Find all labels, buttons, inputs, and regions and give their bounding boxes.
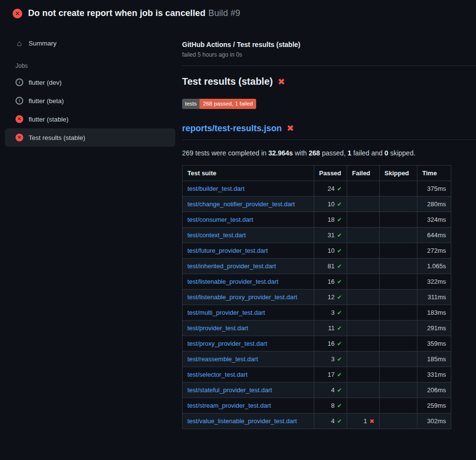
passed-cell: 16✔	[314, 336, 347, 351]
skipped-cell	[380, 351, 417, 367]
table-row: test/multi_provider_test.dart 3✔ 183ms	[183, 305, 451, 320]
passed-cell: 81✔	[314, 258, 347, 274]
suite-link[interactable]: test/change_notifier_provider_test.dart	[187, 200, 295, 208]
time-cell: 1.065s	[417, 258, 451, 274]
check-icon: ✔	[337, 309, 342, 316]
failed-cell	[347, 212, 380, 227]
sidebar-summary-label: Summary	[29, 40, 57, 47]
time-cell: 302ms	[417, 413, 451, 429]
column-header-failed: Failed	[347, 165, 380, 181]
time-cell: 359ms	[417, 336, 451, 351]
time-cell: 291ms	[417, 320, 451, 336]
suite-link[interactable]: test/value_listenable_provider_test.dart	[187, 417, 297, 425]
passed-cell: 8✔	[314, 398, 347, 413]
passed-cell: 16✔	[314, 274, 347, 289]
sidebar: ⌂ Summary Jobs ! flutter (dev) ! flutter…	[0, 25, 182, 147]
table-row: test/reassemble_test.dart 3✔ 185ms	[183, 351, 451, 367]
table-row: test/inherited_provider_test.dart 81✔ 1.…	[183, 258, 451, 274]
skipped-cell	[380, 212, 417, 227]
failed-cell	[347, 336, 380, 351]
suite-cell: test/listenable_proxy_provider_test.dart	[183, 289, 314, 305]
skipped-cell	[380, 382, 417, 398]
table-row: test/proxy_provider_test.dart 16✔ 359ms	[183, 336, 451, 351]
section-title: Test results (stable) ✖	[182, 76, 476, 87]
failed-cell	[347, 320, 380, 336]
time-cell: 259ms	[417, 398, 451, 413]
sidebar-job-item[interactable]: ✕ flutter (stable)	[5, 110, 175, 128]
suite-cell: test/selector_test.dart	[183, 367, 314, 382]
table-row: test/stateful_provider_test.dart 4✔ 206m…	[183, 382, 451, 398]
suite-cell: test/inherited_provider_test.dart	[183, 258, 314, 274]
check-icon: ✔	[337, 340, 342, 347]
failed-cell	[347, 289, 380, 305]
skipped-cell	[380, 413, 417, 429]
check-icon: ✔	[337, 371, 342, 378]
check-icon: ✔	[337, 263, 342, 270]
suite-cell: test/future_provider_test.dart	[183, 243, 314, 258]
table-row: test/listenable_provider_test.dart 16✔ 3…	[183, 274, 451, 289]
breadcrumb: GitHub Actions / Test results (stable)	[182, 41, 476, 48]
time-cell: 183ms	[417, 305, 451, 320]
suite-cell: test/stateful_provider_test.dart	[183, 382, 314, 398]
results-table-body: test/builder_test.dart 24✔ 375ms test/ch…	[183, 181, 451, 429]
sidebar-job-item[interactable]: ! flutter (beta)	[5, 92, 175, 110]
suite-link[interactable]: test/context_test.dart	[187, 231, 246, 239]
check-icon: ✔	[337, 402, 342, 409]
passed-cell: 4✔	[314, 413, 347, 429]
skipped-cell	[380, 227, 417, 243]
sidebar-item-summary[interactable]: ⌂ Summary	[5, 34, 175, 53]
suite-cell: test/multi_provider_test.dart	[183, 305, 314, 320]
sidebar-job-item[interactable]: ! flutter (dev)	[5, 73, 175, 92]
check-icon: ✔	[337, 325, 342, 332]
layout: ⌂ Summary Jobs ! flutter (dev) ! flutter…	[0, 25, 476, 429]
skipped-cell	[380, 243, 417, 258]
column-header-skipped: Skipped	[380, 165, 417, 181]
suite-link[interactable]: test/inherited_provider_test.dart	[187, 262, 276, 270]
failed-x-icon: ✖	[277, 77, 285, 86]
column-header-passed: Passed	[314, 165, 347, 181]
suite-link[interactable]: test/stateful_provider_test.dart	[187, 386, 272, 394]
suite-link[interactable]: test/listenable_provider_test.dart	[187, 278, 278, 285]
check-icon: ✔	[337, 201, 342, 208]
suite-cell: test/consumer_test.dart	[183, 212, 314, 227]
suite-cell: test/proxy_provider_test.dart	[183, 336, 314, 351]
column-header-time: Time	[417, 165, 451, 181]
failed-cell	[347, 227, 380, 243]
summary-text: 269 tests were completed in	[182, 149, 268, 157]
suite-link[interactable]: test/reassemble_test.dart	[187, 355, 258, 363]
suite-link[interactable]: test/provider_test.dart	[187, 324, 248, 332]
failed-cell	[347, 196, 380, 212]
failed-status-icon: ✕	[13, 9, 22, 18]
suite-link[interactable]: test/builder_test.dart	[187, 185, 245, 192]
suite-link[interactable]: test/stream_provider_test.dart	[187, 402, 271, 409]
sidebar-job-item[interactable]: ✕ Test results (stable)	[5, 128, 175, 147]
passed-cell: 10✔	[314, 243, 347, 258]
table-row: test/selector_test.dart 17✔ 331ms	[183, 367, 451, 382]
check-icon: ✔	[337, 247, 342, 254]
report-link[interactable]: reports/test-results.json	[182, 123, 282, 134]
skipped-cell	[380, 305, 417, 320]
suite-link[interactable]: test/listenable_proxy_provider_test.dart	[187, 293, 297, 301]
passed-cell: 17✔	[314, 367, 347, 382]
job-label: flutter (stable)	[29, 116, 69, 123]
suite-link[interactable]: test/consumer_test.dart	[187, 216, 253, 223]
failed-cell	[347, 398, 380, 413]
summary-failed-count: 1	[348, 149, 352, 157]
check-icon: ✔	[337, 418, 342, 425]
table-row: test/stream_provider_test.dart 8✔ 259ms	[183, 398, 451, 413]
table-row: test/consumer_test.dart 18✔ 324ms	[183, 212, 451, 227]
suite-link[interactable]: test/multi_provider_test.dart	[187, 309, 265, 316]
suite-cell: test/provider_test.dart	[183, 320, 314, 336]
summary-duration: 32.964s	[268, 149, 293, 157]
suite-link[interactable]: test/proxy_provider_test.dart	[187, 340, 267, 347]
time-cell: 311ms	[417, 289, 451, 305]
suite-link[interactable]: test/future_provider_test.dart	[187, 247, 268, 254]
results-table: Test suite Passed Failed Skipped Time te…	[182, 165, 451, 429]
x-icon: ✖	[369, 418, 374, 425]
suite-link[interactable]: test/selector_test.dart	[187, 371, 247, 378]
job-label: flutter (dev)	[29, 79, 61, 86]
passed-cell: 4✔	[314, 382, 347, 398]
warning-icon: !	[15, 78, 23, 86]
suite-cell: test/listenable_provider_test.dart	[183, 274, 314, 289]
time-cell: 331ms	[417, 367, 451, 382]
